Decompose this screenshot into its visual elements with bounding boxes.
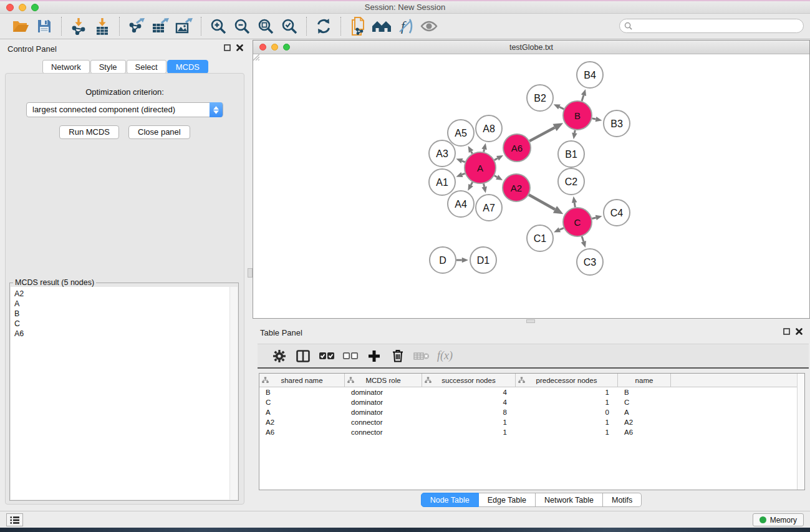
edge-A2-C[interactable] — [529, 195, 555, 210]
table-cell[interactable]: connector — [345, 418, 422, 426]
table-cell[interactable]: A6 — [259, 428, 345, 436]
close-panel-button[interactable]: Close panel — [128, 125, 190, 139]
table-cell[interactable]: B — [618, 389, 671, 396]
table-cell[interactable]: dominator — [345, 409, 422, 416]
criterion-select[interactable]: largest connected component (directed) — [26, 102, 223, 117]
memory-button[interactable]: Memory — [753, 513, 804, 526]
edge-B-B2[interactable] — [559, 107, 564, 109]
result-item[interactable]: A6 — [14, 329, 238, 339]
column-header-predecessor-nodes[interactable]: predecessor nodes — [516, 374, 618, 387]
table-cell[interactable]: A2 — [259, 418, 345, 426]
close-panel-icon[interactable] — [236, 44, 243, 51]
import-network-icon[interactable] — [69, 17, 89, 36]
mcds-result-list[interactable]: A2ABCA6 — [11, 287, 238, 500]
table-row[interactable]: Bdominator41B — [259, 387, 804, 397]
open-session-icon[interactable] — [11, 17, 31, 36]
zoom-out-icon[interactable] — [232, 17, 252, 36]
save-session-icon[interactable] — [34, 17, 54, 36]
column-header-successor-nodes[interactable]: successor nodes — [422, 374, 516, 387]
tab-select[interactable]: Select — [127, 60, 166, 74]
table-row[interactable]: Cdominator41C — [259, 397, 804, 407]
table-cell[interactable]: 1 — [422, 428, 516, 436]
task-history-button[interactable] — [6, 513, 23, 526]
edge-A6-B[interactable] — [529, 128, 554, 142]
tab-mcds[interactable]: MCDS — [167, 60, 208, 74]
table-row[interactable]: Adominator80A — [259, 407, 804, 417]
table-cell[interactable]: 1 — [516, 428, 618, 436]
table-row[interactable]: A2connector11A2 — [259, 417, 804, 427]
tab-node-table[interactable]: Node Table — [421, 493, 479, 507]
table-cell[interactable]: 4 — [422, 399, 516, 406]
edge-A-A2[interactable] — [494, 176, 497, 177]
edge-A-A7[interactable] — [484, 183, 485, 186]
node-table[interactable]: shared nameMCDS rolesuccessor nodesprede… — [259, 373, 805, 490]
edge-B-B1[interactable] — [574, 130, 575, 133]
table-row[interactable]: A6connector11A6 — [259, 427, 804, 437]
column-header-shared-name[interactable]: shared name — [259, 374, 345, 387]
table-cell[interactable]: B — [259, 389, 345, 396]
table-cell[interactable]: 4 — [422, 389, 516, 396]
zoom-selected-icon[interactable] — [279, 17, 299, 36]
refresh-icon[interactable] — [314, 17, 334, 36]
import-table-icon[interactable] — [92, 17, 112, 36]
table-scrollbar[interactable] — [797, 374, 804, 490]
zoom-fit-icon[interactable] — [256, 17, 276, 36]
export-table-icon[interactable] — [150, 17, 170, 36]
close-table-panel-icon[interactable] — [796, 328, 803, 335]
table-cell[interactable]: 0 — [516, 409, 618, 416]
clone-network-icon[interactable] — [348, 17, 368, 36]
table-cell[interactable]: A6 — [618, 428, 671, 436]
show-details-eye-icon[interactable] — [419, 17, 439, 36]
deselect-all-icon[interactable] — [341, 347, 360, 365]
table-cell[interactable]: C — [618, 399, 671, 406]
tab-network-table[interactable]: Network Table — [536, 493, 603, 507]
add-column-icon[interactable] — [365, 347, 383, 365]
edge-C-C2[interactable] — [574, 203, 575, 207]
search-input[interactable] — [635, 22, 803, 31]
table-cell[interactable]: 1 — [516, 418, 618, 426]
network-window-titlebar[interactable]: testGlobe.txt — [253, 41, 809, 54]
table-cell[interactable]: C — [259, 399, 345, 406]
table-cell[interactable]: A2 — [618, 418, 671, 426]
tab-motifs[interactable]: Motifs — [603, 493, 642, 507]
column-header-mcds-role[interactable]: MCDS role — [345, 374, 422, 387]
show-column-icon[interactable] — [294, 347, 312, 365]
run-mcds-button[interactable]: Run MCDS — [59, 125, 119, 139]
edge-A-A5[interactable] — [471, 152, 473, 153]
edge-A-A1[interactable] — [462, 173, 465, 175]
result-scrollbar[interactable] — [229, 287, 238, 500]
toolbar-search[interactable] — [619, 19, 804, 33]
hide-graphics-details-icon[interactable]: f — [395, 17, 415, 36]
table-settings-gear-icon[interactable] — [270, 347, 289, 365]
tab-style[interactable]: Style — [90, 60, 126, 74]
table-cell[interactable]: dominator — [345, 399, 422, 406]
home-layout-icon[interactable] — [372, 17, 392, 36]
edge-B-B4[interactable] — [582, 95, 584, 101]
edge-A-A3[interactable] — [462, 161, 465, 162]
vertical-splitter-handle[interactable] — [248, 268, 253, 278]
zoom-in-icon[interactable] — [208, 17, 228, 36]
edge-A-A4[interactable] — [471, 182, 473, 185]
export-image-icon[interactable] — [174, 17, 194, 36]
edge-B-B3[interactable] — [592, 118, 596, 119]
network-canvas[interactable]: B4B2BB3A5A8A6A3B1AC2A1A2A4A7C4CC1C3DD1 — [253, 54, 809, 318]
float-table-panel-icon[interactable] — [783, 328, 790, 335]
result-item[interactable]: C — [14, 319, 238, 329]
tab-edge-table[interactable]: Edge Table — [479, 493, 536, 507]
table-cell[interactable]: connector — [345, 428, 422, 436]
table-cell[interactable]: dominator — [345, 389, 422, 396]
select-all-icon[interactable] — [317, 347, 336, 365]
edge-C-C1[interactable] — [559, 228, 564, 230]
resize-grip-icon[interactable] — [253, 54, 259, 60]
table-cell[interactable]: 1 — [422, 418, 516, 426]
table-cell[interactable]: 8 — [422, 409, 516, 416]
table-cell[interactable]: A — [618, 409, 671, 416]
export-network-icon[interactable] — [127, 17, 147, 36]
result-item[interactable]: A — [14, 299, 238, 309]
edge-A-A6[interactable] — [494, 158, 498, 160]
table-cell[interactable]: 1 — [516, 389, 618, 396]
table-cell[interactable]: A — [259, 409, 345, 416]
float-panel-icon[interactable] — [224, 44, 231, 51]
delete-column-trash-icon[interactable] — [388, 347, 407, 365]
edge-A-A8[interactable] — [484, 149, 485, 152]
